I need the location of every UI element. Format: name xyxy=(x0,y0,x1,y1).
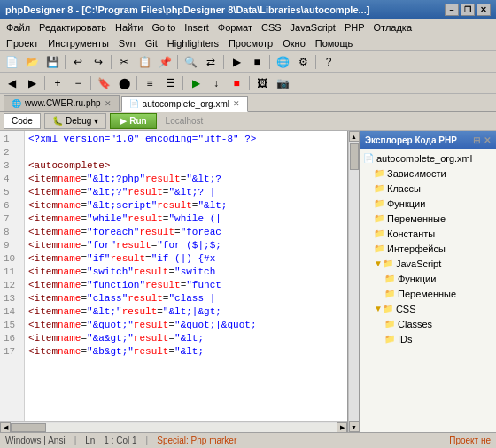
tree-functions-label: Функции xyxy=(387,198,425,209)
tree-functions[interactable]: 📁 Функции xyxy=(360,196,496,211)
restore-button[interactable]: ❐ xyxy=(461,4,475,16)
scroll-down-button[interactable]: ▼ xyxy=(349,421,360,432)
debug-stop-button[interactable]: ■ xyxy=(227,74,246,92)
stop-button[interactable]: ■ xyxy=(247,53,267,71)
tree-js-functions[interactable]: 📁 Функции xyxy=(360,271,496,286)
menu-project[interactable]: Проект xyxy=(2,37,43,50)
tree-css-classes[interactable]: 📁 Classes xyxy=(360,316,496,331)
menu-php[interactable]: PHP xyxy=(340,21,369,34)
tree-js-functions-label: Функции xyxy=(398,274,436,284)
tree-js-variables[interactable]: 📁 Переменные xyxy=(360,286,496,301)
breakpoint-button[interactable]: ⬤ xyxy=(114,74,134,92)
run-green-button[interactable]: ▶ Run xyxy=(110,113,156,129)
tree-css-classes-label: Classes xyxy=(398,319,432,329)
menu-window[interactable]: Окно xyxy=(278,37,310,50)
menu-debug[interactable]: Отладка xyxy=(369,21,416,34)
tree-file[interactable]: 📄 autocomplete_org.xml xyxy=(360,151,496,166)
menu-file[interactable]: Файл xyxy=(2,21,35,34)
paste-button[interactable]: 📌 xyxy=(155,53,174,71)
menu-view[interactable]: Просмотр xyxy=(224,37,277,50)
menu-highlighters[interactable]: Highlighters xyxy=(163,37,223,50)
redo-button[interactable]: ↪ xyxy=(89,53,108,71)
status-sep1: | xyxy=(74,436,77,445)
file-icon: 📄 xyxy=(363,153,374,163)
menu-goto[interactable]: Go to xyxy=(147,21,180,34)
settings-button[interactable]: ⚙ xyxy=(293,53,313,71)
code-text[interactable]: <?xml version="1.0" encoding="utf-8" ?><… xyxy=(25,131,347,421)
tab-autocomplete[interactable]: 📄 autocomplete_org.xml ✕ xyxy=(121,96,248,112)
zoom-in-button[interactable]: + xyxy=(48,74,67,92)
debug-step-button[interactable]: ↓ xyxy=(206,74,226,92)
undo-button[interactable]: ↩ xyxy=(68,53,88,71)
back-button[interactable]: ◀ xyxy=(2,74,21,92)
v-scroll-thumb[interactable] xyxy=(350,143,359,170)
run-button[interactable]: ▶ xyxy=(227,53,246,71)
tab-close-cwer[interactable]: ✕ xyxy=(105,99,112,108)
sep5 xyxy=(269,55,270,69)
zoom-out-button[interactable]: − xyxy=(68,74,88,92)
scroll-left-button[interactable]: ◀ xyxy=(0,422,11,433)
editor: 1 2 3 4 5 6 7 8 9 10 11 12 13 14 15 16 1… xyxy=(0,131,348,432)
misc1-button[interactable]: ≡ xyxy=(140,74,159,92)
sep8 xyxy=(90,76,91,90)
tree-css-ids[interactable]: 📁 IDs xyxy=(360,331,496,346)
code-line-17: <item name="&b&gt;" result="&lt; xyxy=(28,345,344,359)
tree-classes[interactable]: 📁 Классы xyxy=(360,181,496,196)
menu-insert[interactable]: Insert xyxy=(180,21,213,34)
sep9 xyxy=(136,76,137,90)
vertical-scrollbar[interactable]: ▲ ▼ xyxy=(348,131,359,432)
menu-js[interactable]: JavaScript xyxy=(286,21,340,34)
search-button[interactable]: 🔍 xyxy=(181,53,200,71)
forward-button[interactable]: ▶ xyxy=(22,74,42,92)
tab-cwer[interactable]: 🌐 www.CWER.ru.php ✕ xyxy=(4,95,120,111)
new-file-button[interactable]: 📄 xyxy=(2,53,21,71)
debug-button[interactable]: 🐛 Debug ▾ xyxy=(44,113,106,129)
horizontal-scrollbar[interactable]: ◀ ▶ xyxy=(0,421,347,432)
close-button[interactable]: ✕ xyxy=(477,4,491,16)
tree-dependencies[interactable]: 📁 Зависимости xyxy=(360,166,496,181)
save-button[interactable]: 💾 xyxy=(43,53,62,71)
bookmark-button[interactable]: 🔖 xyxy=(94,74,113,92)
misc2-button[interactable]: ☰ xyxy=(160,74,180,92)
menu-format[interactable]: Формат xyxy=(213,21,257,34)
sep10 xyxy=(182,76,183,90)
cut-button[interactable]: ✂ xyxy=(114,53,134,71)
h-scroll-track xyxy=(11,423,337,432)
menu-tools[interactable]: Инструменты xyxy=(43,37,113,50)
bug-icon: 🐛 xyxy=(52,116,63,126)
tree-constants[interactable]: 📁 Константы xyxy=(360,226,496,241)
code-button[interactable]: Code xyxy=(4,113,41,129)
browser-button[interactable]: 🌐 xyxy=(273,53,292,71)
copy-button[interactable]: 📋 xyxy=(135,53,154,71)
tree-css[interactable]: ▼📁 CSS xyxy=(360,301,496,316)
debug-run-button[interactable]: ▶ xyxy=(186,74,205,92)
sep11 xyxy=(249,76,250,90)
help-button[interactable]: ? xyxy=(319,53,338,71)
scroll-up-button[interactable]: ▲ xyxy=(349,131,360,142)
menu-find[interactable]: Найти xyxy=(111,21,147,34)
open-button[interactable]: 📂 xyxy=(22,53,42,71)
menu-edit[interactable]: Редактировать xyxy=(35,21,111,34)
menu-css[interactable]: CSS xyxy=(257,21,286,34)
explorer-close-button[interactable]: ✕ xyxy=(484,135,491,145)
explorer-title: Эксплорер Кода PHP xyxy=(365,135,457,145)
tab-bar: 🌐 www.CWER.ru.php ✕ 📄 autocomplete_org.x… xyxy=(0,94,496,112)
tab-close-autocomplete[interactable]: ✕ xyxy=(233,99,240,108)
minimize-button[interactable]: – xyxy=(445,4,459,16)
pin-button[interactable]: ⊞ xyxy=(473,135,480,145)
h-scroll-thumb[interactable] xyxy=(11,423,46,432)
img2-button[interactable]: 📷 xyxy=(273,74,292,92)
code-line-5: <item name="&lt;?" result="&lt;? | xyxy=(28,186,344,199)
menu-git[interactable]: Git xyxy=(141,37,162,50)
ln-label: Ln xyxy=(85,436,95,445)
tree-interfaces[interactable]: 📁 Интерфейсы xyxy=(360,241,496,256)
code-line-6: <item name="&lt;script" result="&lt; xyxy=(28,199,344,212)
scroll-right-button[interactable]: ▶ xyxy=(337,422,347,433)
img1-button[interactable]: 🖼 xyxy=(252,74,272,92)
title-bar: phpDesigner 8 - [C:\Program Files\phpDes… xyxy=(0,0,496,19)
tree-variables[interactable]: 📁 Переменные xyxy=(360,211,496,226)
menu-svn[interactable]: Svn xyxy=(114,37,140,50)
menu-help[interactable]: Помощь xyxy=(311,37,358,50)
tree-javascript[interactable]: ▼📁 JavaScript xyxy=(360,256,496,271)
replace-button[interactable]: ⇄ xyxy=(201,53,221,71)
